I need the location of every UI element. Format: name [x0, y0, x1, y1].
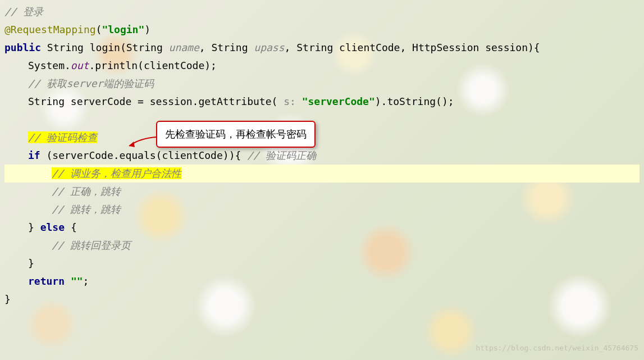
code-line: }	[4, 290, 640, 308]
string-literal: "login"	[102, 24, 144, 35]
callout-text: 先检查验证码，再检查帐号密码	[165, 128, 307, 140]
code-line: // 获取server端的验证码	[4, 75, 640, 93]
keyword-else: else	[40, 221, 65, 233]
comment: // 跳转回登录页	[52, 239, 131, 251]
annotation: @RequestMapping	[4, 24, 96, 35]
comment: // 验证码正确	[247, 149, 316, 161]
code-line: // 跳转回登录页	[4, 236, 640, 254]
comment: // 登录	[4, 6, 43, 17]
blank-line	[4, 111, 640, 129]
code-line: }	[4, 254, 640, 272]
code-editor: // 登录 @RequestMapping("login") public St…	[0, 0, 644, 311]
unused-param: upass	[254, 42, 284, 53]
code-line: String serverCode = session.getAttribute…	[4, 93, 640, 111]
unused-param: uname	[169, 42, 199, 53]
parameter-hint: s:	[277, 95, 302, 107]
comment: // 跳转，跳转	[52, 203, 121, 215]
code-line: if (serverCode.equals(clientCode)){ // 验…	[4, 147, 640, 165]
highlighted-comment: // 调业务，检查用户合法性	[52, 167, 181, 179]
code-line: // 正确，跳转	[4, 183, 640, 200]
string-literal: "serverCode"	[302, 95, 375, 107]
keyword-return: return	[28, 275, 65, 287]
callout-arrow-icon	[128, 133, 158, 148]
string-literal: ""	[71, 275, 83, 287]
keyword-public: public	[4, 42, 41, 53]
code-line: System.out.println(clientCode);	[4, 57, 640, 75]
static-field: out	[71, 60, 89, 71]
code-line: // 跳转，跳转	[4, 200, 640, 218]
code-line: // 登录	[4, 3, 640, 21]
comment: // 正确，跳转	[52, 185, 121, 197]
highlighted-line: // 调业务，检查用户合法性	[4, 165, 640, 183]
code-line: } else {	[4, 218, 640, 236]
comment: // 获取server端的验证码	[28, 78, 154, 89]
code-line: @RequestMapping("login")	[4, 21, 640, 39]
keyword-if: if	[28, 149, 40, 161]
code-line: public String login(String uname, String…	[4, 39, 640, 57]
code-line: // 验证码检查	[4, 129, 640, 147]
watermark: https://blog.csdn.net/weixin_45764675	[476, 339, 638, 357]
highlighted-comment: // 验证码检查	[28, 131, 97, 143]
code-line: return "";	[4, 272, 640, 290]
annotation-callout: 先检查验证码，再检查帐号密码	[156, 121, 316, 148]
